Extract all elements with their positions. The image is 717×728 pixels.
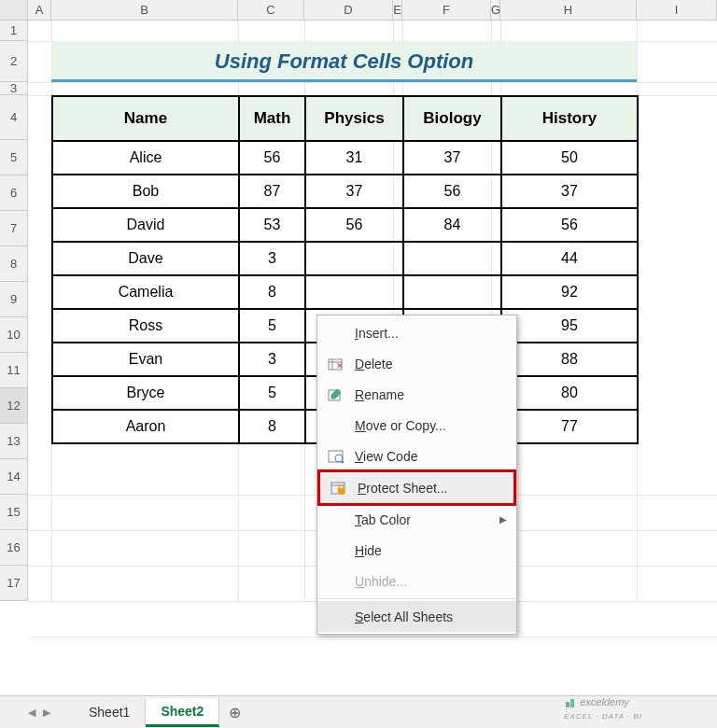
col-header-D[interactable]: D [304, 0, 393, 20]
blank-icon [325, 511, 347, 529]
header-biology[interactable]: Biology [403, 96, 501, 141]
cell[interactable]: 8 [239, 410, 305, 443]
menu-hide[interactable]: Hide [317, 535, 516, 566]
header-name[interactable]: Name [52, 96, 239, 141]
menu-delete[interactable]: ✕ Delete [317, 348, 516, 379]
cell[interactable]: 95 [501, 309, 638, 343]
cell[interactable]: 84 [403, 208, 501, 242]
menu-label: Hide [355, 543, 507, 558]
col-header-I[interactable]: I [637, 0, 717, 20]
col-header-C[interactable]: C [238, 0, 304, 20]
tab-sheet1[interactable]: Sheet1 [74, 699, 146, 725]
protect-icon [328, 479, 350, 497]
cell[interactable]: 56 [501, 208, 638, 242]
menu-view-code[interactable]: View Code [317, 441, 516, 471]
menu-select-all-sheets[interactable]: Select All Sheets [317, 601, 516, 632]
cell[interactable]: 37 [305, 175, 403, 208]
nav-next-icon[interactable]: ▶ [43, 707, 50, 719]
cell[interactable] [305, 275, 403, 309]
col-header-A[interactable]: A [28, 0, 51, 20]
tab-sheet2[interactable]: Sheet2 [146, 698, 219, 727]
row-header-14[interactable]: 14 [0, 459, 28, 495]
table-row: Bob87375637 [52, 175, 638, 208]
row-header-3[interactable]: 3 [0, 82, 28, 95]
header-physics[interactable]: Physics [305, 96, 403, 141]
col-header-H[interactable]: H [500, 0, 637, 20]
cell[interactable]: 87 [239, 175, 305, 208]
cell[interactable] [305, 242, 403, 275]
row-header-5[interactable]: 5 [0, 140, 28, 175]
menu-protect-sheet[interactable]: Protect Sheet... [317, 469, 516, 506]
svg-line-7 [342, 461, 344, 463]
cell[interactable]: 8 [239, 275, 305, 309]
row-header-2[interactable]: 2 [0, 41, 28, 82]
cell[interactable]: 56 [403, 175, 501, 208]
row-header-1[interactable]: 1 [0, 21, 28, 41]
menu-rename[interactable]: Rename [317, 379, 516, 410]
col-header-E[interactable]: E [393, 0, 402, 20]
col-header-B[interactable]: B [51, 0, 238, 20]
cell[interactable]: 56 [305, 208, 403, 242]
col-header-F[interactable]: F [402, 0, 491, 20]
cell[interactable]: 37 [403, 141, 501, 175]
cell[interactable]: Bob [52, 175, 239, 208]
cell[interactable]: 31 [305, 141, 403, 175]
cell[interactable]: 5 [239, 376, 305, 410]
table-row: Alice56313750 [52, 141, 638, 175]
svg-text:✕: ✕ [336, 361, 344, 371]
nav-prev-icon[interactable]: ◀ [28, 707, 35, 719]
cell[interactable]: 5 [239, 309, 305, 343]
select-all-corner[interactable] [0, 0, 28, 20]
cell[interactable]: 80 [501, 376, 638, 410]
cell[interactable]: 44 [501, 242, 638, 275]
row-header-7[interactable]: 7 [0, 211, 28, 246]
delete-icon: ✕ [325, 355, 347, 373]
cell[interactable]: Ross [52, 309, 239, 343]
row-header-13[interactable]: 13 [0, 424, 28, 459]
col-header-G[interactable]: G [491, 0, 500, 20]
cell[interactable]: Evan [52, 343, 239, 376]
row-header-15[interactable]: 15 [0, 495, 28, 530]
row-header-12[interactable]: 12 [0, 388, 28, 424]
cell[interactable]: 92 [501, 275, 638, 309]
header-math[interactable]: Math [239, 96, 305, 141]
cell[interactable]: 56 [239, 141, 305, 175]
cell[interactable]: 37 [501, 175, 638, 208]
row-header-8[interactable]: 8 [0, 246, 28, 282]
cell[interactable]: 53 [239, 208, 305, 242]
cell[interactable] [403, 275, 501, 309]
cell[interactable]: 50 [501, 141, 638, 175]
view-code-icon [325, 447, 347, 466]
cell[interactable]: 77 [501, 410, 638, 443]
cell[interactable]: Aaron [52, 410, 239, 443]
menu-unhide: Unhide... [317, 566, 516, 596]
row-header-11[interactable]: 11 [0, 353, 28, 388]
cell[interactable]: 3 [239, 343, 305, 376]
cell[interactable]: 88 [501, 343, 638, 376]
page-title: Using Format Cells Option [51, 41, 637, 82]
row-header-4[interactable]: 4 [0, 95, 28, 140]
cell[interactable]: 3 [239, 242, 305, 275]
cell[interactable]: Alice [52, 141, 239, 175]
row-header-17[interactable]: 17 [0, 566, 28, 601]
worksheet-content[interactable]: Using Format Cells Option Name Math Phys… [28, 21, 717, 601]
row-header-6[interactable]: 6 [0, 175, 28, 211]
sheet-tab-bar: ◀ ▶ Sheet1 Sheet2 ⊕ exceldemy EXCEL · DA… [0, 695, 717, 728]
cell[interactable]: Bryce [52, 376, 239, 410]
cell[interactable]: Camelia [52, 275, 239, 309]
table-header-row: Name Math Physics Biology History [52, 96, 638, 141]
menu-move-copy[interactable]: Move or Copy... [317, 410, 516, 441]
row-header-9[interactable]: 9 [0, 282, 28, 317]
header-history[interactable]: History [501, 96, 638, 141]
tab-nav-arrows[interactable]: ◀ ▶ [28, 707, 50, 719]
add-sheet-button[interactable]: ⊕ [219, 698, 250, 727]
row-header-16[interactable]: 16 [0, 530, 28, 566]
menu-tab-color[interactable]: Tab Color ▶ [317, 504, 516, 535]
menu-label: Delete [355, 357, 507, 371]
menu-label: Protect Sheet... [358, 481, 504, 496]
cell[interactable] [403, 242, 501, 275]
row-header-10[interactable]: 10 [0, 317, 28, 353]
menu-insert[interactable]: Insert... [317, 317, 516, 348]
cell[interactable]: David [52, 208, 239, 242]
cell[interactable]: Dave [52, 242, 239, 275]
